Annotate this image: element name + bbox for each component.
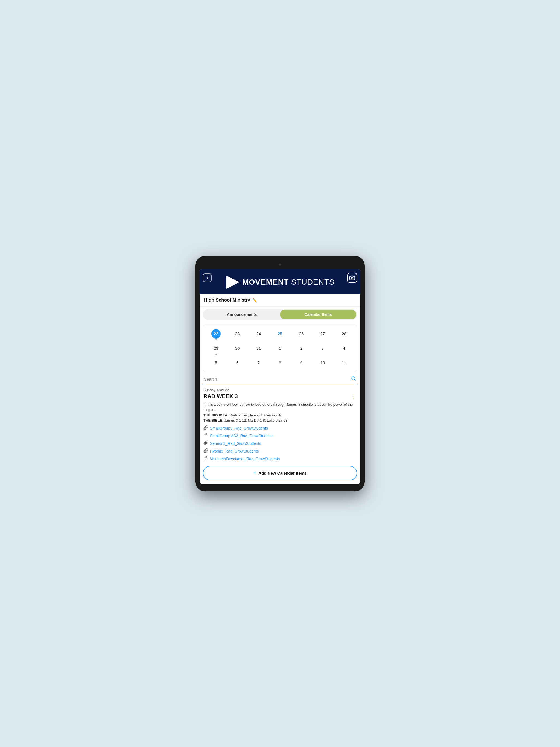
ministry-title-bar: High School Ministry ✏️ [200, 294, 360, 307]
calendar-event-dot [215, 354, 217, 355]
calendar-cell[interactable]: 29 [205, 343, 227, 356]
paperclip-icon [203, 456, 208, 462]
calendar-day-number: 26 [297, 329, 306, 338]
calendar-day-number: 8 [275, 358, 285, 367]
add-button-label: Add New Calendar Items [258, 471, 307, 475]
attachment-link[interactable]: Hybrid3_Rad_GrowStudents [210, 449, 259, 453]
camera-icon [350, 275, 355, 281]
calendar-day-number: 30 [233, 344, 242, 353]
calendar-day-number: 5 [211, 358, 221, 367]
search-bar [203, 374, 357, 384]
svg-line-3 [354, 379, 355, 380]
calendar-day-number: 24 [254, 329, 263, 338]
calendar-cell[interactable]: 8 [269, 357, 291, 368]
calendar-cell[interactable]: 11 [333, 357, 355, 368]
calendar-day-number: 10 [318, 358, 327, 367]
attachments-list: SmallGroup3_Rad_GrowStudentsSmallGroupMS… [203, 426, 357, 462]
attachment-item[interactable]: Sermon3_Rad_GrowStudents [203, 441, 357, 446]
calendar-cell[interactable]: 9 [291, 357, 312, 368]
calendar-cell[interactable]: 31 [248, 343, 269, 356]
edit-icon[interactable]: ✏️ [252, 298, 257, 302]
tabs-container: Announcements Calendar Items [200, 307, 360, 323]
add-calendar-item-button[interactable]: + Add New Calendar Items [203, 466, 357, 481]
header-content: MOVEMENT STUDENTS [204, 275, 356, 290]
camera-button[interactable] [347, 273, 357, 283]
attachment-link[interactable]: Sermon3_Rad_GrowStudents [210, 441, 261, 446]
calendar-day-number: 2 [297, 344, 306, 353]
more-options-button[interactable]: ⋮ [351, 393, 357, 400]
calendar-cell[interactable]: 22 [205, 328, 227, 341]
calendar-cell[interactable]: 2 [291, 343, 312, 356]
svg-marker-0 [226, 276, 239, 289]
calendar-day-number: 11 [339, 358, 349, 367]
content-area: Sunday, May 22 RAD WEEK 3 ⋮ In this week… [200, 386, 360, 463]
calendar-day-number: 9 [297, 358, 306, 367]
attachment-item[interactable]: VolunteerDevotional_Rad_GrowStudents [203, 456, 357, 462]
calendar-day-number: 25 [275, 329, 285, 338]
logo-arrow-icon [225, 275, 240, 290]
calendar-cell[interactable]: 1 [269, 343, 291, 356]
calendar-day-number: 28 [339, 329, 349, 338]
attachment-item[interactable]: Hybrid3_Rad_GrowStudents [203, 448, 357, 454]
calendar-cell[interactable]: 4 [333, 343, 355, 356]
calendar-cell[interactable]: 28 [333, 328, 355, 341]
add-button-container: + Add New Calendar Items [200, 463, 360, 484]
attachment-link[interactable]: SmallGroupMS3_Rad_GrowStudents [210, 434, 274, 438]
calendar-cell[interactable]: 10 [312, 357, 333, 368]
event-title: RAD WEEK 3 [203, 393, 238, 400]
calendar-cell[interactable]: 24 [248, 328, 269, 341]
paperclip-icon [203, 441, 208, 446]
calendar-event-dot [215, 339, 217, 340]
svg-point-1 [351, 277, 353, 279]
calendar-day-number: 23 [233, 329, 242, 338]
attachment-item[interactable]: SmallGroup3_Rad_GrowStudents [203, 426, 357, 431]
calendar-day-number: 7 [254, 358, 263, 367]
calendar-day-number: 4 [339, 344, 349, 353]
paperclip-icon [203, 426, 208, 431]
tablet-screen: MOVEMENT STUDENTS High School Ministry ✏… [200, 269, 360, 484]
event-description: In this week, we'll look at how to love … [203, 402, 357, 423]
header-title: MOVEMENT STUDENTS [242, 278, 334, 287]
paperclip-icon [203, 448, 208, 454]
tab-calendar-items[interactable]: Calendar Items [280, 310, 356, 319]
search-input[interactable] [204, 377, 351, 381]
calendar-cell[interactable]: 25 [269, 328, 291, 341]
calendar-cell[interactable]: 27 [312, 328, 333, 341]
calendar-day-number: 6 [233, 358, 242, 367]
calendar-cell[interactable]: 26 [291, 328, 312, 341]
attachment-link[interactable]: SmallGroup3_Rad_GrowStudents [210, 426, 268, 430]
paperclip-icon [203, 433, 208, 439]
calendar-cell[interactable]: 7 [248, 357, 269, 368]
calendar-day-number: 29 [211, 344, 221, 353]
calendar-cell[interactable]: 23 [227, 328, 248, 341]
tablet-frame: MOVEMENT STUDENTS High School Ministry ✏… [195, 256, 365, 491]
calendar-day-number: 27 [318, 329, 327, 338]
attachment-item[interactable]: SmallGroupMS3_Rad_GrowStudents [203, 433, 357, 439]
calendar-wrapper: 222324252627282930311234567891011 [203, 325, 357, 372]
calendar-day-number: 1 [275, 344, 285, 353]
event-date: Sunday, May 22 [203, 388, 357, 392]
plus-icon: + [253, 470, 256, 476]
calendar-day-number: 22 [211, 329, 221, 338]
back-button[interactable] [203, 274, 212, 282]
calendar-day-number: 31 [254, 344, 263, 353]
calendar-cell[interactable]: 30 [227, 343, 248, 356]
attachment-link[interactable]: VolunteerDevotional_Rad_GrowStudents [210, 457, 280, 461]
calendar-cell[interactable]: 6 [227, 357, 248, 368]
event-header: RAD WEEK 3 ⋮ [203, 393, 357, 400]
ministry-title: High School Ministry [204, 298, 250, 303]
search-icon [351, 376, 356, 382]
calendar-cell[interactable]: 3 [312, 343, 333, 356]
tab-announcements[interactable]: Announcements [204, 310, 280, 319]
tablet-camera [279, 264, 281, 266]
calendar-day-number: 3 [318, 344, 327, 353]
calendar-grid: 222324252627282930311234567891011 [205, 328, 355, 368]
calendar-cell[interactable]: 5 [205, 357, 227, 368]
tab-wrapper: Announcements Calendar Items [203, 309, 357, 320]
app-header: MOVEMENT STUDENTS [200, 269, 360, 294]
